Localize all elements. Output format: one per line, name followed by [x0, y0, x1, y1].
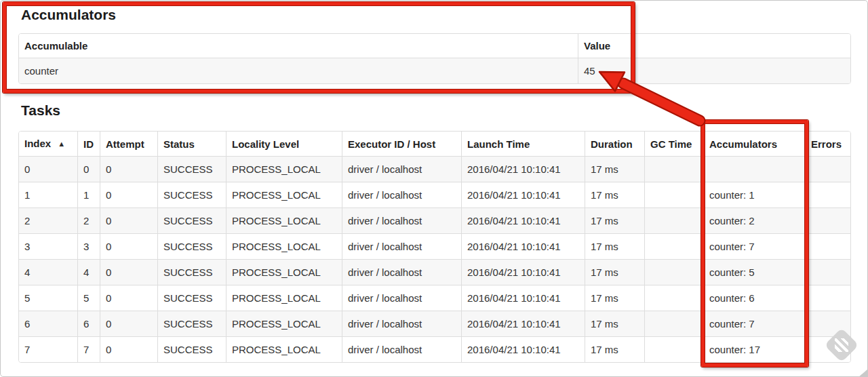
table-cell: driver / localhost — [342, 207, 461, 233]
table-cell — [644, 259, 703, 285]
table-cell: counter: 6 — [703, 285, 805, 311]
table-header-row: AccumulableValue — [19, 34, 850, 58]
table-cell: SUCCESS — [157, 336, 226, 362]
table-cell: SUCCESS — [157, 311, 226, 336]
column-header-errors[interactable]: Errors — [805, 132, 850, 156]
table-cell: driver / localhost — [342, 259, 461, 285]
table-cell: SUCCESS — [157, 259, 226, 285]
table-cell: driver / localhost — [342, 233, 461, 259]
table-cell: 0 — [19, 156, 77, 182]
table-cell: 0 — [100, 156, 157, 182]
table-row: 220SUCCESSPROCESS_LOCALdriver / localhos… — [19, 207, 850, 233]
table-cell: driver / localhost — [342, 285, 461, 311]
table-cell: 17 ms — [585, 233, 644, 259]
column-header-attempt[interactable]: Attempt — [100, 132, 157, 156]
table-cell: PROCESS_LOCAL — [226, 285, 342, 311]
table-cell: 6 — [77, 311, 100, 336]
table-cell: SUCCESS — [157, 233, 226, 259]
table-cell: PROCESS_LOCAL — [226, 336, 342, 362]
table-cell: 0 — [100, 207, 157, 233]
table-cell — [805, 336, 850, 362]
table-cell: 45 — [578, 58, 850, 83]
table-row: 330SUCCESSPROCESS_LOCALdriver / localhos… — [19, 233, 850, 259]
table-cell — [644, 182, 703, 207]
table-cell: 1 — [19, 182, 77, 207]
column-header-value: Value — [578, 34, 850, 58]
table-row: 770SUCCESSPROCESS_LOCALdriver / localhos… — [19, 336, 850, 362]
table-cell: PROCESS_LOCAL — [226, 311, 342, 336]
table-cell: 0 — [100, 311, 157, 336]
table-row: 440SUCCESSPROCESS_LOCALdriver / localhos… — [19, 259, 850, 285]
table-cell: counter — [19, 58, 578, 83]
column-header-launch-time[interactable]: Launch Time — [461, 132, 585, 156]
table-cell: 17 ms — [585, 285, 644, 311]
table-cell: 2016/04/21 10:10:41 — [461, 259, 585, 285]
table-cell: SUCCESS — [157, 285, 226, 311]
table-cell: 2 — [77, 207, 100, 233]
table-row: counter45 — [19, 58, 850, 83]
table-cell: PROCESS_LOCAL — [226, 259, 342, 285]
table-row: 660SUCCESSPROCESS_LOCALdriver / localhos… — [19, 311, 850, 336]
table-cell: 0 — [100, 259, 157, 285]
accumulators-heading: Accumulators — [21, 6, 116, 24]
column-header-accumulators[interactable]: Accumulators — [703, 132, 805, 156]
table-cell — [703, 156, 805, 182]
table-cell: 5 — [77, 285, 100, 311]
table-cell — [805, 259, 850, 285]
column-header-locality-level[interactable]: Locality Level — [226, 132, 342, 156]
table-cell — [805, 311, 850, 336]
page-frame: Accumulators AccumulableValue counter45 … — [0, 0, 868, 377]
table-cell: 2016/04/21 10:10:41 — [461, 285, 585, 311]
table-cell — [805, 182, 850, 207]
column-header-id[interactable]: ID — [77, 132, 100, 156]
table-cell: 4 — [77, 259, 100, 285]
table-cell: 17 ms — [585, 207, 644, 233]
table-cell: PROCESS_LOCAL — [226, 207, 342, 233]
table-cell: 2016/04/21 10:10:41 — [461, 336, 585, 362]
table-row: 550SUCCESSPROCESS_LOCALdriver / localhos… — [19, 285, 850, 311]
table-cell: 3 — [77, 233, 100, 259]
table-cell: 7 — [19, 336, 77, 362]
column-header-duration[interactable]: Duration — [585, 132, 644, 156]
table-cell: driver / localhost — [342, 336, 461, 362]
table-cell: 2016/04/21 10:10:41 — [461, 207, 585, 233]
table-cell: PROCESS_LOCAL — [226, 156, 342, 182]
table-cell — [644, 156, 703, 182]
table-cell — [644, 207, 703, 233]
table-cell: counter: 17 — [703, 336, 805, 362]
table-cell — [644, 233, 703, 259]
table-cell — [805, 207, 850, 233]
table-cell: SUCCESS — [157, 156, 226, 182]
table-cell: counter: 5 — [703, 259, 805, 285]
accumulators-table: AccumulableValue counter45 — [18, 33, 851, 84]
table-cell: 0 — [100, 182, 157, 207]
column-header-gc-time[interactable]: GC Time — [644, 132, 703, 156]
table-cell: PROCESS_LOCAL — [226, 233, 342, 259]
table-cell: driver / localhost — [342, 182, 461, 207]
table-cell: 17 ms — [585, 156, 644, 182]
table-cell: SUCCESS — [157, 182, 226, 207]
table-cell — [644, 336, 703, 362]
table-cell: 2016/04/21 10:10:41 — [461, 311, 585, 336]
table-cell — [805, 156, 850, 182]
column-header-status[interactable]: Status — [157, 132, 226, 156]
table-cell: counter: 7 — [703, 233, 805, 259]
sort-asc-icon: ▲ — [58, 140, 65, 148]
column-header-index[interactable]: Index▲ — [19, 132, 77, 156]
table-cell: driver / localhost — [342, 156, 461, 182]
table-row: 000SUCCESSPROCESS_LOCALdriver / localhos… — [19, 156, 850, 182]
column-header-executor-id-host[interactable]: Executor ID / Host — [342, 132, 461, 156]
table-cell — [644, 285, 703, 311]
table-cell: 2016/04/21 10:10:41 — [461, 156, 585, 182]
table-cell: 0 — [100, 336, 157, 362]
tasks-heading: Tasks — [21, 102, 60, 119]
table-row: 110SUCCESSPROCESS_LOCALdriver / localhos… — [19, 182, 850, 207]
table-cell: 5 — [19, 285, 77, 311]
table-header-row: Index▲IDAttemptStatusLocality LevelExecu… — [19, 132, 850, 156]
table-cell: 17 ms — [585, 336, 644, 362]
tasks-table: Index▲IDAttemptStatusLocality LevelExecu… — [18, 131, 851, 363]
watermark-corner-icon — [858, 368, 868, 377]
column-header-accumulable: Accumulable — [19, 34, 578, 58]
table-cell — [805, 233, 850, 259]
table-cell: 17 ms — [585, 259, 644, 285]
